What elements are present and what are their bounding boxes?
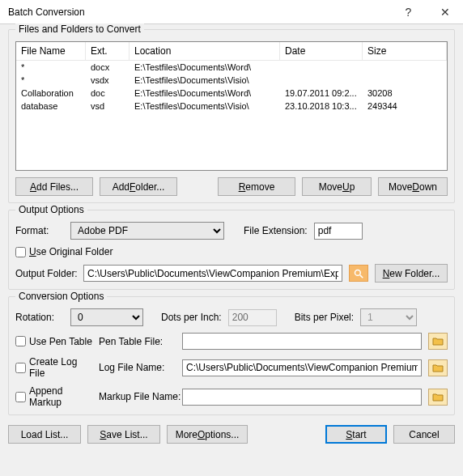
- new-folder-button[interactable]: New Folder...: [375, 264, 448, 283]
- format-label: Format:: [15, 225, 64, 236]
- format-combo[interactable]: Adobe PDF: [70, 222, 224, 240]
- col-filename[interactable]: File Name: [16, 42, 86, 60]
- dpi-label: Dots per Inch:: [161, 312, 222, 323]
- dialog-buttons: Load List... Save List... More Options..…: [8, 422, 455, 444]
- move-down-button[interactable]: Move Down: [378, 177, 448, 196]
- folder-icon: [432, 363, 444, 372]
- titlebar: Batch Conversion ? ✕: [0, 0, 463, 24]
- log-file-label: Log File Name:: [99, 362, 176, 373]
- bpp-combo: 1: [360, 308, 417, 326]
- output-folder-input[interactable]: [83, 265, 342, 282]
- add-files-button[interactable]: Add Files...: [15, 177, 93, 196]
- table-row[interactable]: * vsdx E:\Testfiles\Documents\Visio\: [16, 74, 447, 87]
- cancel-button[interactable]: Cancel: [393, 425, 455, 444]
- col-size[interactable]: Size: [363, 42, 447, 60]
- conversion-legend: Conversion Options: [15, 291, 107, 302]
- output-group: Output Options Format: Adobe PDF File Ex…: [8, 210, 455, 290]
- table-row[interactable]: Collaboration doc E:\Testfiles\Documents…: [16, 87, 447, 100]
- output-folder-label: Output Folder:: [15, 268, 77, 279]
- markup-file-label: Markup File Name:: [99, 391, 176, 402]
- col-location[interactable]: Location: [130, 42, 280, 60]
- listview-header[interactable]: File Name Ext. Location Date Size: [16, 42, 447, 61]
- dpi-input: [228, 309, 277, 326]
- append-markup-checkbox[interactable]: Append Markup: [15, 385, 92, 408]
- svg-point-0: [355, 270, 361, 275]
- bpp-label: Bits per Pixel:: [295, 312, 354, 323]
- rotation-label: Rotation:: [15, 312, 64, 323]
- use-pen-table-checkbox[interactable]: Use Pen Table: [15, 336, 92, 347]
- browse-log-file-button[interactable]: [428, 359, 448, 376]
- load-list-button[interactable]: Load List...: [8, 425, 81, 444]
- listview-body[interactable]: * docx E:\Testfiles\Documents\Word\ * vs…: [16, 61, 447, 113]
- rotation-combo[interactable]: 0: [70, 308, 143, 326]
- table-row[interactable]: * docx E:\Testfiles\Documents\Word\: [16, 61, 447, 74]
- col-ext[interactable]: Ext.: [86, 42, 130, 60]
- move-up-button[interactable]: Move Up: [302, 177, 372, 196]
- save-list-button[interactable]: Save List...: [87, 425, 160, 444]
- conversion-group: Conversion Options Rotation: 0 Dots per …: [8, 296, 455, 415]
- table-row[interactable]: database vsd E:\Testfiles\Documents\Visi…: [16, 100, 447, 113]
- browse-markup-file-button[interactable]: [428, 389, 448, 406]
- close-button[interactable]: ✕: [427, 0, 463, 24]
- log-file-input[interactable]: [182, 359, 422, 376]
- pen-table-file-label: Pen Table File:: [99, 336, 176, 347]
- window-title: Batch Conversion: [8, 6, 390, 18]
- file-ext-input[interactable]: [314, 223, 363, 240]
- folder-icon: [432, 337, 444, 346]
- svg-line-1: [360, 274, 363, 277]
- file-ext-label: File Extension:: [244, 225, 308, 236]
- use-original-folder-checkbox[interactable]: Use Original Folder: [15, 246, 113, 257]
- output-legend: Output Options: [15, 204, 87, 215]
- col-date[interactable]: Date: [280, 42, 363, 60]
- remove-button[interactable]: Remove: [218, 177, 295, 196]
- pen-table-file-input[interactable]: [182, 333, 422, 350]
- add-folder-button[interactable]: Add Folder...: [100, 177, 177, 196]
- more-options-button[interactable]: More Options...: [167, 425, 248, 444]
- files-listview[interactable]: File Name Ext. Location Date Size * docx…: [15, 41, 448, 171]
- search-icon: [354, 269, 363, 278]
- browse-pen-table-button[interactable]: [428, 333, 448, 350]
- help-button[interactable]: ?: [390, 0, 427, 24]
- start-button[interactable]: Start: [325, 425, 387, 444]
- files-legend: Files and Folders to Convert: [15, 23, 144, 35]
- files-group: Files and Folders to Convert File Name E…: [8, 29, 455, 203]
- markup-file-input[interactable]: [182, 389, 422, 406]
- browse-output-folder-button[interactable]: [349, 265, 368, 282]
- folder-icon: [432, 393, 444, 402]
- create-log-checkbox[interactable]: Create Log File: [15, 356, 92, 379]
